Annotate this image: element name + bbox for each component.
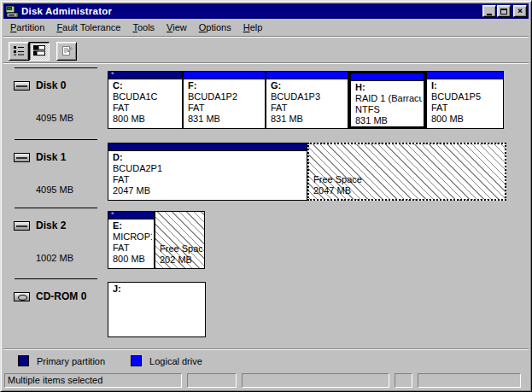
legend-label: Primary partition [37,356,105,366]
partition-text: G:BCUDA1P3FAT831 MB [266,79,348,125]
menu-view[interactable]: View [161,20,193,35]
drive-letter: I: [431,80,501,91]
file-system: FAT [113,102,180,114]
file-system: FAT [188,102,263,114]
volume-label: MICROP1 [113,231,152,243]
active-partition-marker: * [111,71,114,79]
disk-icon [14,153,30,162]
partition-text: E:MICROP1FAT800 MB [108,219,154,265]
legend: Primary partitionLogical drive [3,350,529,372]
free-space-text: Free Space202 MB [155,243,204,268]
app-icon [5,5,19,18]
partition-e[interactable]: *E:MICROP1FAT800 MB [108,211,155,269]
active-partition-marker: * [111,211,114,219]
partition-type-bar: * [108,72,182,79]
disk-configuration-view-button[interactable] [29,42,50,61]
free-space-region[interactable]: Free Space202 MB [155,211,205,269]
partition-type-bar [266,72,348,79]
cdrom-icon [14,292,30,301]
legend-item-primary-partition: Primary partition [18,355,105,366]
legend-label: Logical drive [149,356,202,366]
partition-size: 831 MB [355,115,422,126]
menu-tools[interactable]: Tools [126,20,161,35]
row-separator [15,139,97,140]
partition-size: 800 MB [431,114,501,125]
status-panel [418,373,521,388]
partition-size: 831 MB [188,114,263,125]
menu-help[interactable]: Help [237,20,269,35]
partition-c[interactable]: *C:BCUDA1CFAT800 MB [108,71,183,129]
file-system: FAT [113,243,152,254]
volumes-view-button[interactable] [9,42,29,61]
disk-icon [14,81,30,91]
window-title: Disk Administrator [21,6,482,16]
title-bar: Disk Administrator × [3,3,529,19]
partition-strip: D:BCUDA2P1FAT2047 MBFree Space2047 MB [108,143,506,201]
free-space-label: Free Space [313,174,503,185]
free-space-size: 202 MB [160,255,202,266]
partition-strip: J: [108,282,206,337]
close-button[interactable]: × [513,5,527,17]
partition-f[interactable]: F:BCUDA1P2FAT831 MB [183,71,266,129]
device-size: 4095 MB [36,184,73,195]
partition-type-bar [427,72,503,79]
volume-label: RAID 1 (Barracud [355,93,422,104]
partition-g[interactable]: G:BCUDA1P3FAT831 MB [266,71,348,129]
volume-label: BCUDA1C [113,91,180,102]
minimize-icon [487,14,492,15]
menu-partition[interactable]: Partition [4,20,50,35]
list-view-icon [12,44,26,59]
menu-bar: PartitionFault ToleranceToolsViewOptions… [3,19,529,36]
maximize-button[interactable] [497,5,511,17]
file-system: FAT [431,102,501,114]
partition-d[interactable]: D:BCUDA2P1FAT2047 MB [108,143,307,201]
menu-fault-tolerance[interactable]: Fault Tolerance [50,20,126,35]
free-space-label: Free Space [160,243,202,255]
partition-strip: *E:MICROP1FAT800 MBFree Space202 MB [108,211,205,269]
partition-type-bar [351,73,424,81]
file-system: FAT [271,102,346,114]
menu-options[interactable]: Options [193,20,237,35]
volume-label: BCUDA1P2 [188,91,263,102]
partition-h[interactable]: H:RAID 1 (BarracudNTFS831 MB [348,71,426,129]
device-info: Disk 04095 MB [3,71,108,129]
drive-letter: J: [113,284,203,295]
partition-i[interactable]: I:BCUDA1P5FAT800 MB [426,71,504,129]
partition-text: H:RAID 1 (BarracudNTFS831 MB [351,81,424,126]
status-bar: Multiple items selected [3,372,529,389]
drive-letter: G: [271,80,346,91]
device-name: Disk 2 [36,219,66,231]
device-row-disk-2: Disk 21002 MB*E:MICROP1FAT800 MBFree Spa… [3,211,529,269]
minimize-button[interactable] [482,5,496,17]
partition-strip: *C:BCUDA1CFAT800 MBF:BCUDA1P2FAT831 MBG:… [108,71,504,129]
legend-swatch [131,355,142,366]
drive-letter: D: [113,152,305,163]
device-name: CD-ROM 0 [36,290,86,302]
device-row-disk-1: Disk 14095 MBD:BCUDA2P1FAT2047 MBFree Sp… [3,143,529,201]
status-panel [187,373,237,388]
properties-button[interactable] [56,42,77,61]
disk-administrator-window: Disk Administrator × PartitionFault Tole… [0,0,532,392]
partition-size: 800 MB [113,114,180,125]
toolbar [3,38,529,62]
legend-swatch [18,355,29,366]
free-space-region[interactable]: Free Space2047 MB [307,143,506,201]
partition-text: F:BCUDA1P2FAT831 MB [184,79,265,125]
file-system: FAT [113,174,305,185]
partition-type-bar: * [108,212,154,219]
status-panel [242,373,389,388]
device-name: Disk 0 [36,79,66,91]
partition-type-bar [184,72,265,79]
partition-text: C:BCUDA1CFAT800 MB [108,79,182,125]
free-space-text: Free Space2047 MB [309,173,505,199]
properties-icon [60,44,73,59]
status-panel [395,373,412,388]
volume-label: BCUDA1P5 [431,91,501,102]
partition-j[interactable]: J: [108,282,206,337]
device-info: Disk 14095 MB [3,143,108,201]
device-size: 1002 MB [36,253,73,263]
close-icon: × [517,7,523,15]
drive-letter: C: [113,80,180,91]
maximize-icon [500,9,507,15]
device-row-disk-0: Disk 04095 MB*C:BCUDA1CFAT800 MBF:BCUDA1… [3,71,529,129]
